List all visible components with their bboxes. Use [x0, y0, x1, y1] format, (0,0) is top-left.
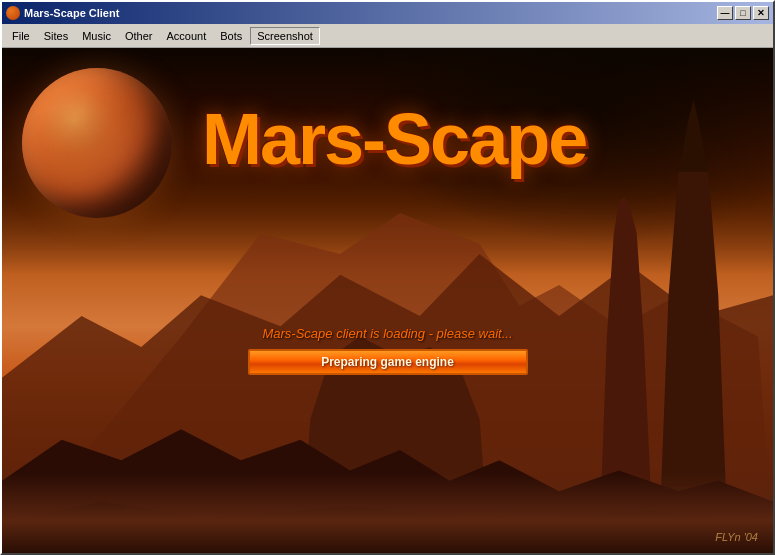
menu-item-screenshot[interactable]: Screenshot — [250, 27, 320, 45]
title-bar: Mars-Scape Client — □ ✕ — [2, 2, 773, 24]
progress-bar-fill: Preparing game engine — [250, 351, 526, 373]
title-bar-left: Mars-Scape Client — [6, 6, 119, 20]
app-window: Mars-Scape Client — □ ✕ File Sites Music… — [0, 0, 775, 555]
maximize-button[interactable]: □ — [735, 6, 751, 20]
progress-bar: Preparing game engine — [248, 349, 528, 375]
menu-item-file[interactable]: File — [6, 28, 36, 44]
menu-item-sites[interactable]: Sites — [38, 28, 74, 44]
app-icon — [6, 6, 20, 20]
menu-item-account[interactable]: Account — [160, 28, 212, 44]
menu-item-music[interactable]: Music — [76, 28, 117, 44]
artist-signature: FLYn '04 — [715, 531, 758, 543]
menu-bar: File Sites Music Other Account Bots Scre… — [2, 24, 773, 48]
loading-text: Mars-Scape client is loading - please wa… — [262, 326, 512, 341]
sky-clouds — [202, 48, 773, 351]
menu-item-other[interactable]: Other — [119, 28, 159, 44]
progress-bar-label: Preparing game engine — [321, 355, 454, 369]
minimize-button[interactable]: — — [717, 6, 733, 20]
window-title: Mars-Scape Client — [24, 7, 119, 19]
main-content: Mars-Scape Mars-Scape client is loading … — [2, 48, 773, 553]
title-bar-buttons: — □ ✕ — [717, 6, 769, 20]
menu-item-bots[interactable]: Bots — [214, 28, 248, 44]
mars-planet — [22, 68, 172, 218]
game-title: Mars-Scape — [202, 98, 586, 180]
foreground — [2, 473, 773, 553]
loading-area: Mars-Scape client is loading - please wa… — [238, 326, 538, 375]
close-button[interactable]: ✕ — [753, 6, 769, 20]
